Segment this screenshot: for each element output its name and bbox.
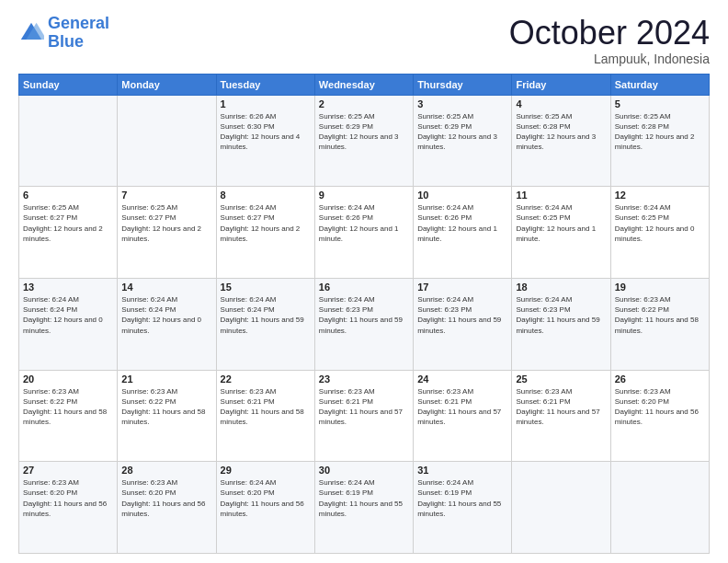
day-info: Sunrise: 6:24 AM Sunset: 6:24 PM Dayligh…	[23, 294, 113, 336]
day-info: Sunrise: 6:24 AM Sunset: 6:25 PM Dayligh…	[516, 202, 606, 244]
day-number: 13	[23, 282, 113, 293]
month-title: October 2024	[509, 15, 710, 52]
calendar-cell: 5Sunrise: 6:25 AM Sunset: 6:28 PM Daylig…	[610, 95, 709, 187]
day-info: Sunrise: 6:25 AM Sunset: 6:27 PM Dayligh…	[121, 202, 211, 244]
day-info: Sunrise: 6:24 AM Sunset: 6:26 PM Dayligh…	[417, 202, 507, 244]
day-number: 4	[516, 98, 606, 109]
day-number: 7	[121, 190, 211, 201]
day-number: 10	[417, 190, 507, 201]
day-info: Sunrise: 6:25 AM Sunset: 6:29 PM Dayligh…	[319, 111, 409, 153]
calendar-cell: 11Sunrise: 6:24 AM Sunset: 6:25 PM Dayli…	[512, 187, 610, 279]
day-info: Sunrise: 6:25 AM Sunset: 6:28 PM Dayligh…	[615, 111, 705, 153]
calendar-cell: 29Sunrise: 6:24 AM Sunset: 6:20 PM Dayli…	[216, 462, 314, 554]
day-number: 5	[615, 98, 705, 109]
calendar-cell: 21Sunrise: 6:23 AM Sunset: 6:22 PM Dayli…	[118, 370, 216, 462]
title-block: October 2024 Lampuuk, Indonesia	[509, 15, 710, 66]
day-info: Sunrise: 6:24 AM Sunset: 6:20 PM Dayligh…	[221, 477, 311, 519]
day-info: Sunrise: 6:24 AM Sunset: 6:23 PM Dayligh…	[319, 294, 409, 336]
calendar-cell	[610, 462, 709, 554]
week-row-3: 20Sunrise: 6:23 AM Sunset: 6:22 PM Dayli…	[19, 370, 710, 462]
weekday-header-row: SundayMondayTuesdayWednesdayThursdayFrid…	[19, 74, 710, 95]
day-number: 3	[417, 98, 507, 109]
day-number: 21	[121, 373, 211, 385]
calendar-cell: 4Sunrise: 6:25 AM Sunset: 6:28 PM Daylig…	[512, 95, 610, 187]
calendar-cell	[19, 95, 118, 187]
day-number: 29	[221, 465, 311, 476]
weekday-header-tuesday: Tuesday	[216, 74, 314, 95]
logo: General Blue	[18, 15, 109, 52]
location: Lampuuk, Indonesia	[509, 52, 710, 66]
week-row-0: 1Sunrise: 6:26 AM Sunset: 6:30 PM Daylig…	[19, 95, 710, 187]
day-info: Sunrise: 6:24 AM Sunset: 6:19 PM Dayligh…	[319, 477, 409, 519]
calendar-table: SundayMondayTuesdayWednesdayThursdayFrid…	[18, 74, 710, 554]
logo-blue: Blue	[48, 32, 84, 51]
calendar-cell: 24Sunrise: 6:23 AM Sunset: 6:21 PM Dayli…	[414, 370, 512, 462]
calendar-cell	[512, 462, 610, 554]
day-number: 31	[417, 465, 507, 476]
day-number: 30	[319, 465, 409, 476]
week-row-4: 27Sunrise: 6:23 AM Sunset: 6:20 PM Dayli…	[19, 462, 710, 554]
calendar-cell: 16Sunrise: 6:24 AM Sunset: 6:23 PM Dayli…	[314, 278, 413, 370]
calendar-cell: 7Sunrise: 6:25 AM Sunset: 6:27 PM Daylig…	[118, 187, 216, 279]
day-number: 15	[221, 282, 311, 293]
calendar-cell: 26Sunrise: 6:23 AM Sunset: 6:20 PM Dayli…	[610, 370, 709, 462]
week-row-1: 6Sunrise: 6:25 AM Sunset: 6:27 PM Daylig…	[19, 187, 710, 279]
calendar-cell: 9Sunrise: 6:24 AM Sunset: 6:26 PM Daylig…	[314, 187, 413, 279]
calendar-cell: 10Sunrise: 6:24 AM Sunset: 6:26 PM Dayli…	[414, 187, 512, 279]
day-info: Sunrise: 6:26 AM Sunset: 6:30 PM Dayligh…	[221, 111, 311, 153]
calendar-cell: 1Sunrise: 6:26 AM Sunset: 6:30 PM Daylig…	[216, 95, 314, 187]
day-number: 27	[23, 465, 113, 476]
day-info: Sunrise: 6:25 AM Sunset: 6:29 PM Dayligh…	[417, 111, 507, 153]
day-number: 8	[221, 190, 311, 201]
weekday-header-sunday: Sunday	[19, 74, 118, 95]
calendar-cell: 19Sunrise: 6:23 AM Sunset: 6:22 PM Dayli…	[610, 278, 709, 370]
day-info: Sunrise: 6:23 AM Sunset: 6:21 PM Dayligh…	[319, 386, 409, 428]
logo-icon	[18, 20, 44, 46]
day-number: 6	[23, 190, 113, 201]
calendar-cell: 12Sunrise: 6:24 AM Sunset: 6:25 PM Dayli…	[610, 187, 709, 279]
day-info: Sunrise: 6:24 AM Sunset: 6:23 PM Dayligh…	[417, 294, 507, 336]
logo-general: General	[48, 14, 109, 32]
day-number: 20	[23, 373, 113, 385]
calendar-cell: 14Sunrise: 6:24 AM Sunset: 6:24 PM Dayli…	[118, 278, 216, 370]
calendar-cell: 6Sunrise: 6:25 AM Sunset: 6:27 PM Daylig…	[19, 187, 118, 279]
calendar-cell: 3Sunrise: 6:25 AM Sunset: 6:29 PM Daylig…	[414, 95, 512, 187]
calendar-cell: 2Sunrise: 6:25 AM Sunset: 6:29 PM Daylig…	[314, 95, 413, 187]
calendar-cell: 8Sunrise: 6:24 AM Sunset: 6:27 PM Daylig…	[216, 187, 314, 279]
day-info: Sunrise: 6:23 AM Sunset: 6:22 PM Dayligh…	[121, 386, 211, 428]
weekday-header-wednesday: Wednesday	[314, 74, 413, 95]
day-number: 11	[516, 190, 606, 201]
weekday-header-monday: Monday	[118, 74, 216, 95]
calendar-cell: 27Sunrise: 6:23 AM Sunset: 6:20 PM Dayli…	[19, 462, 118, 554]
day-number: 23	[319, 373, 409, 385]
logo-text: General Blue	[48, 15, 109, 52]
day-info: Sunrise: 6:23 AM Sunset: 6:21 PM Dayligh…	[516, 386, 606, 428]
calendar-cell: 25Sunrise: 6:23 AM Sunset: 6:21 PM Dayli…	[512, 370, 610, 462]
weekday-header-friday: Friday	[512, 74, 610, 95]
day-info: Sunrise: 6:24 AM Sunset: 6:23 PM Dayligh…	[516, 294, 606, 336]
day-number: 22	[221, 373, 311, 385]
day-info: Sunrise: 6:23 AM Sunset: 6:21 PM Dayligh…	[221, 386, 311, 428]
week-row-2: 13Sunrise: 6:24 AM Sunset: 6:24 PM Dayli…	[19, 278, 710, 370]
day-number: 9	[319, 190, 409, 201]
calendar-cell: 17Sunrise: 6:24 AM Sunset: 6:23 PM Dayli…	[414, 278, 512, 370]
day-info: Sunrise: 6:24 AM Sunset: 6:19 PM Dayligh…	[417, 477, 507, 519]
day-info: Sunrise: 6:23 AM Sunset: 6:20 PM Dayligh…	[121, 477, 211, 519]
day-info: Sunrise: 6:23 AM Sunset: 6:21 PM Dayligh…	[417, 386, 507, 428]
calendar-cell: 28Sunrise: 6:23 AM Sunset: 6:20 PM Dayli…	[118, 462, 216, 554]
calendar-cell: 20Sunrise: 6:23 AM Sunset: 6:22 PM Dayli…	[19, 370, 118, 462]
page: General Blue October 2024 Lampuuk, Indon…	[0, 0, 728, 563]
day-info: Sunrise: 6:24 AM Sunset: 6:25 PM Dayligh…	[615, 202, 705, 244]
calendar-cell: 15Sunrise: 6:24 AM Sunset: 6:24 PM Dayli…	[216, 278, 314, 370]
calendar-cell: 22Sunrise: 6:23 AM Sunset: 6:21 PM Dayli…	[216, 370, 314, 462]
day-number: 12	[615, 190, 705, 201]
day-number: 18	[516, 282, 606, 293]
day-info: Sunrise: 6:25 AM Sunset: 6:28 PM Dayligh…	[516, 111, 606, 153]
day-number: 14	[121, 282, 211, 293]
day-info: Sunrise: 6:23 AM Sunset: 6:20 PM Dayligh…	[615, 386, 705, 428]
day-number: 28	[121, 465, 211, 476]
day-info: Sunrise: 6:24 AM Sunset: 6:26 PM Dayligh…	[319, 202, 409, 244]
calendar-cell: 23Sunrise: 6:23 AM Sunset: 6:21 PM Dayli…	[314, 370, 413, 462]
day-info: Sunrise: 6:25 AM Sunset: 6:27 PM Dayligh…	[23, 202, 113, 244]
calendar-cell	[118, 95, 216, 187]
